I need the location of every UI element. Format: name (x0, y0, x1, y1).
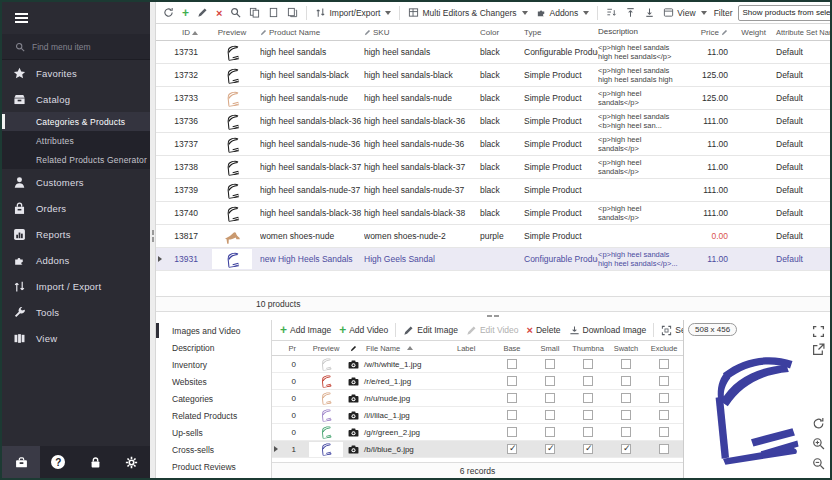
sidebar-item-orders[interactable]: Orders (2, 195, 150, 221)
column-header-file-name[interactable]: File Name (348, 344, 457, 353)
detail-tab[interactable]: Websites (156, 373, 271, 390)
base-checkbox[interactable] (507, 393, 517, 403)
thumbnail-checkbox[interactable] (583, 410, 593, 420)
swatch-checkbox[interactable] (621, 376, 631, 386)
toolbox-button[interactable] (2, 446, 40, 478)
view-button[interactable]: View (660, 5, 709, 20)
sidebar-item-addons[interactable]: Addons (2, 247, 150, 273)
base-checkbox[interactable] (507, 444, 517, 454)
import-export-button[interactable]: Import/Export (312, 5, 394, 20)
exclude-checkbox[interactable] (659, 376, 669, 386)
fullscreen-button[interactable] (812, 324, 825, 337)
sidebar-item-tools[interactable]: Tools (2, 299, 150, 325)
addons-button[interactable]: Addons (533, 5, 593, 20)
base-checkbox[interactable] (507, 427, 517, 437)
table-row[interactable]: 13931 new High Heels Sandals High Geels … (156, 248, 830, 271)
detail-tab[interactable]: Product Reviews (156, 458, 271, 475)
multi-editors-button[interactable]: Multi Editors & Changers (405, 5, 530, 20)
sidebar-item-customers[interactable]: Customers (2, 169, 150, 195)
column-header-id[interactable]: ID (164, 28, 204, 37)
small-checkbox[interactable] (545, 427, 555, 437)
exclude-checkbox[interactable] (659, 393, 669, 403)
image-row[interactable]: 1 /b/l/blue_6.jpg (272, 441, 683, 458)
column-header-thumbnail[interactable]: Thumbna (569, 344, 607, 353)
sidebar-item-reports[interactable]: Reports (2, 221, 150, 247)
table-row[interactable]: 13738 high heel sandals-black-37 high he… (156, 156, 830, 179)
swatch-checkbox[interactable] (621, 427, 631, 437)
edit-product-button[interactable] (194, 5, 211, 20)
table-row[interactable]: 13817 women shoes-nude women shoes-nude-… (156, 225, 830, 248)
delete-product-button[interactable]: × (213, 6, 225, 20)
small-checkbox[interactable] (545, 376, 555, 386)
thumbnail-checkbox[interactable] (583, 393, 593, 403)
set-resize-rule-button[interactable]: Set Resize Rule (657, 323, 683, 338)
base-checkbox[interactable] (507, 359, 517, 369)
detail-tab[interactable]: Images and Video (156, 322, 271, 339)
move-bottom-button[interactable] (641, 5, 658, 20)
swatch-checkbox[interactable] (621, 444, 631, 454)
small-checkbox[interactable] (545, 444, 555, 454)
column-header-preview[interactable]: Preview (304, 344, 348, 353)
swatch-checkbox[interactable] (621, 393, 631, 403)
sidebar-item-import-export[interactable]: Import / Export (2, 273, 150, 299)
table-row[interactable]: 13740 high heel sandals-black-38 high he… (156, 202, 830, 225)
detail-tab[interactable]: Cross-sells (156, 441, 271, 458)
detail-tab[interactable]: Categories (156, 390, 271, 407)
column-header-product-name[interactable]: Product Name (260, 28, 364, 37)
exclude-checkbox[interactable] (659, 427, 669, 437)
table-row[interactable]: 13732 high heel sandals-black high heel … (156, 64, 830, 87)
column-header-preview[interactable]: Preview (204, 28, 260, 37)
edit-video-button[interactable]: Edit Video (462, 323, 523, 338)
zoom-in-button[interactable] (812, 436, 825, 449)
sidebar-item-favorites[interactable]: Favorites (2, 60, 150, 86)
thumbnail-checkbox[interactable] (583, 359, 593, 369)
sidebar-item-related-products-generator[interactable]: Related Products Generator (2, 150, 150, 169)
hamburger-menu-icon[interactable] (15, 13, 28, 23)
sidebar-item-attributes[interactable]: Attributes (2, 131, 150, 150)
table-row[interactable]: 13737 high heel sandals-nude-36 high hee… (156, 133, 830, 156)
exclude-checkbox[interactable] (659, 410, 669, 420)
sidebar-item-view[interactable]: View (2, 325, 150, 351)
settings-button[interactable] (113, 446, 150, 478)
image-row[interactable]: 0 /g/r/green_2.jpg (272, 424, 683, 441)
thumbnail-checkbox[interactable] (583, 427, 593, 437)
small-checkbox[interactable] (545, 410, 555, 420)
menu-search-input[interactable]: Find menu item (2, 34, 150, 60)
image-row[interactable]: 0 /l/i/lilac_1.jpg (272, 407, 683, 424)
download-image-button[interactable]: Download Image (565, 323, 651, 338)
column-header-price[interactable]: Price (686, 28, 728, 37)
category-filter-select[interactable]: Show products from selected categories (738, 5, 830, 21)
edit-image-button[interactable]: Edit Image (399, 323, 462, 338)
column-header-description[interactable]: Description (598, 27, 686, 37)
detail-tab[interactable]: Up-sells (156, 424, 271, 441)
paste-button[interactable] (265, 5, 282, 20)
add-product-button[interactable]: + (179, 6, 192, 20)
column-header-base[interactable]: Base (493, 344, 531, 353)
swatch-checkbox[interactable] (621, 410, 631, 420)
rotate-button[interactable] (812, 416, 825, 429)
refresh-button[interactable] (160, 5, 177, 20)
bottom-panel-splitter[interactable] (156, 312, 830, 320)
help-button[interactable]: ? (40, 446, 77, 478)
sidebar-item-catalog[interactable]: Catalog (2, 86, 150, 112)
table-row[interactable]: 13733 high heel sandals-nude high heel s… (156, 87, 830, 110)
column-header-pr[interactable]: Pr (280, 344, 304, 353)
column-header-type[interactable]: Type (524, 28, 598, 37)
column-header-small[interactable]: Small (531, 344, 569, 353)
column-header-sku[interactable]: SKU (364, 28, 480, 37)
open-external-button[interactable] (812, 342, 825, 355)
column-header-weight[interactable]: Weight (728, 28, 766, 37)
sidebar-item-categories-products[interactable]: Categories & Products (2, 112, 150, 131)
duplicate-button[interactable] (284, 5, 301, 20)
expand-tree-button[interactable] (603, 5, 620, 20)
base-checkbox[interactable] (507, 376, 517, 386)
delete-image-button[interactable]: ×Delete (522, 323, 564, 337)
lock-button[interactable] (77, 446, 114, 478)
move-top-button[interactable] (622, 5, 639, 20)
small-checkbox[interactable] (545, 393, 555, 403)
column-header-exclude[interactable]: Exclude (645, 344, 683, 353)
zoom-out-button[interactable] (812, 456, 825, 469)
search-button[interactable] (227, 5, 244, 20)
copy-button[interactable] (246, 5, 263, 20)
exclude-checkbox[interactable] (659, 359, 669, 369)
